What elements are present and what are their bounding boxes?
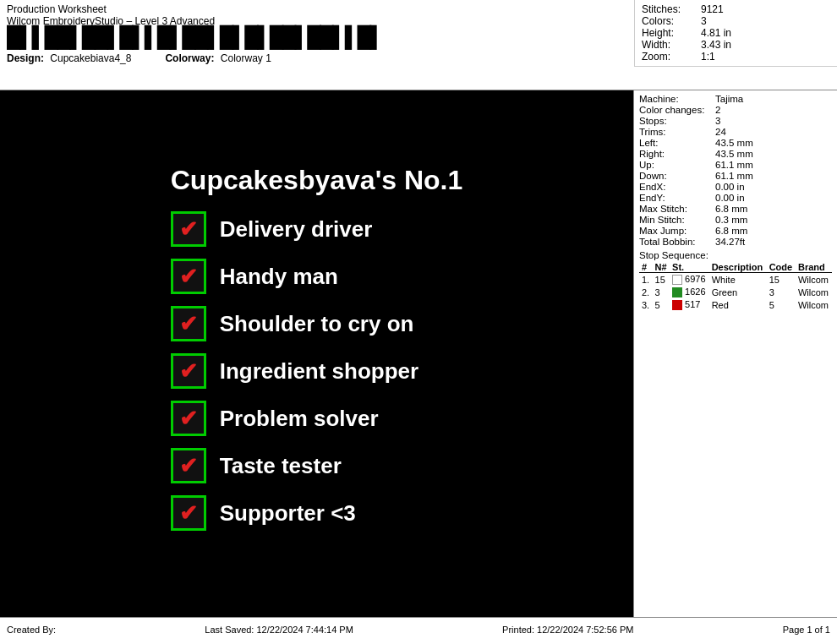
maxjump-label: Max Jump: bbox=[639, 226, 715, 236]
design-info: Design: Cupcakebiava4_8 Colorway: Colorw… bbox=[7, 52, 632, 64]
totalbobbin-row: Total Bobbin: 34.27ft bbox=[639, 237, 832, 247]
endx-label: EndX: bbox=[639, 182, 715, 192]
left-value: 43.5 mm bbox=[715, 138, 753, 148]
maxjump-row: Max Jump: 6.8 mm bbox=[639, 226, 832, 236]
trims-row: Trims: 24 bbox=[639, 127, 832, 137]
totalbobbin-label: Total Bobbin: bbox=[639, 237, 715, 247]
totalbobbin-value: 34.27ft bbox=[715, 237, 745, 247]
list-item: Ingredient shopper bbox=[171, 353, 463, 389]
page-number: Page 1 of 1 bbox=[783, 625, 830, 635]
cell-code: 15 bbox=[767, 273, 796, 287]
item-label-5: Problem solver bbox=[220, 406, 379, 432]
zoom-row: Zoom: 1:1 bbox=[642, 51, 830, 63]
color-swatch bbox=[672, 287, 682, 297]
endx-row: EndX: 0.00 in bbox=[639, 182, 832, 192]
header-left: Production Worksheet Wilcom EmbroiderySt… bbox=[7, 3, 632, 64]
list-item: Problem solver bbox=[171, 401, 463, 436]
left-label: Left: bbox=[639, 138, 715, 148]
height-row: Height: 4.81 in bbox=[642, 27, 830, 39]
design-title: Cupcakesbyava's No.1 bbox=[171, 165, 463, 196]
item-label-3: Shoulder to cry on bbox=[220, 311, 414, 337]
item-label-1: Delivery driver bbox=[220, 216, 373, 243]
endy-row: EndY: 0.00 in bbox=[639, 193, 832, 203]
col-description: Description bbox=[709, 262, 767, 273]
up-label: Up: bbox=[639, 160, 715, 170]
page-title: Production Worksheet bbox=[7, 3, 632, 15]
left-row: Left: 43.5 mm bbox=[639, 138, 832, 148]
right-value: 43.5 mm bbox=[715, 149, 753, 159]
down-value: 61.1 mm bbox=[715, 171, 753, 181]
width-label: Width: bbox=[642, 39, 701, 51]
item-label-2: Handy man bbox=[220, 264, 338, 290]
stop-sequence: Stop Sequence: # N# St. Description Code… bbox=[639, 250, 832, 311]
checkbox-icon-4 bbox=[171, 353, 206, 389]
table-row: 1. 15 6976 White 15 Wilcom bbox=[639, 273, 832, 287]
created-by: Created By: bbox=[7, 625, 56, 635]
colors-value: 3 bbox=[701, 15, 707, 27]
checkbox-icon-6 bbox=[171, 448, 206, 483]
width-value: 3.43 in bbox=[701, 39, 731, 51]
colorway-value: Colorway 1 bbox=[221, 52, 271, 64]
color-changes-value: 2 bbox=[715, 105, 720, 115]
cell-num: 2. bbox=[639, 286, 653, 298]
list-item: Handy man bbox=[171, 259, 463, 294]
last-saved-value: 12/22/2024 7:44:14 PM bbox=[256, 625, 353, 635]
cell-code: 5 bbox=[767, 298, 796, 311]
col-st: St. bbox=[670, 262, 709, 273]
endy-value: 0.00 in bbox=[715, 193, 745, 203]
printed-value: 12/22/2024 7:52:56 PM bbox=[537, 625, 633, 635]
trims-label: Trims: bbox=[639, 127, 715, 137]
trims-value: 24 bbox=[715, 127, 726, 137]
cell-n: 3 bbox=[653, 286, 670, 298]
height-value: 4.81 in bbox=[701, 27, 731, 39]
cell-brand: Wilcom bbox=[796, 273, 832, 287]
cell-brand: Wilcom bbox=[796, 286, 832, 298]
colors-row: Colors: 3 bbox=[642, 15, 830, 27]
machine-value: Tajima bbox=[715, 94, 743, 104]
item-label-7: Supporter <3 bbox=[220, 500, 356, 527]
last-saved: Last Saved: 12/22/2024 7:44:14 PM bbox=[205, 625, 353, 635]
maxstitch-row: Max Stitch: 6.8 mm bbox=[639, 204, 832, 214]
color-swatch bbox=[672, 300, 682, 310]
stops-row: Stops: 3 bbox=[639, 116, 832, 126]
maxjump-value: 6.8 mm bbox=[715, 226, 747, 236]
footer: Created By: Last Saved: 12/22/2024 7:44:… bbox=[0, 617, 837, 641]
main-area: Cupcakesbyava's No.1 Delivery driver Han… bbox=[0, 90, 837, 617]
maxstitch-value: 6.8 mm bbox=[715, 204, 747, 214]
checkbox-icon-5 bbox=[171, 401, 206, 436]
colorway-field: Colorway: Colorway 1 bbox=[165, 52, 271, 64]
table-row: 2. 3 1626 Green 3 Wilcom bbox=[639, 286, 832, 298]
design-canvas: Cupcakesbyava's No.1 Delivery driver Han… bbox=[0, 90, 634, 617]
zoom-value: 1:1 bbox=[701, 51, 715, 63]
machine-row: Machine: Tajima bbox=[639, 94, 832, 104]
checkbox-icon-1 bbox=[171, 211, 206, 247]
last-saved-label: Last Saved: bbox=[205, 625, 254, 635]
list-item: Taste tester bbox=[171, 448, 463, 483]
down-label: Down: bbox=[639, 171, 715, 181]
colorway-label: Colorway: bbox=[165, 52, 214, 64]
item-label-4: Ingredient shopper bbox=[220, 358, 418, 385]
page-wrapper: Production Worksheet Wilcom EmbroiderySt… bbox=[0, 0, 837, 644]
cell-swatch: 517 bbox=[670, 298, 709, 311]
maxstitch-label: Max Stitch: bbox=[639, 204, 715, 214]
design-value: Cupcakebiava4_8 bbox=[50, 52, 131, 64]
color-swatch bbox=[672, 275, 682, 285]
minstitch-row: Min Stitch: 0.3 mm bbox=[639, 215, 832, 225]
cell-code: 3 bbox=[767, 286, 796, 298]
checkbox-icon-3 bbox=[171, 306, 206, 341]
checkbox-icon-2 bbox=[171, 259, 206, 294]
cell-n: 5 bbox=[653, 298, 670, 311]
info-panel: Machine: Tajima Color changes: 2 Stops: … bbox=[634, 90, 837, 617]
stitches-label: Stitches: bbox=[642, 3, 701, 15]
width-row: Width: 3.43 in bbox=[642, 39, 830, 51]
cell-description: Red bbox=[709, 298, 767, 311]
col-num: # bbox=[639, 262, 653, 273]
item-label-6: Taste tester bbox=[220, 453, 342, 479]
endy-label: EndY: bbox=[639, 193, 715, 203]
height-label: Height: bbox=[642, 27, 701, 39]
cell-num: 1. bbox=[639, 273, 653, 287]
down-row: Down: 61.1 mm bbox=[639, 171, 832, 181]
cell-description: Green bbox=[709, 286, 767, 298]
up-value: 61.1 mm bbox=[715, 160, 753, 170]
right-label: Right: bbox=[639, 149, 715, 159]
